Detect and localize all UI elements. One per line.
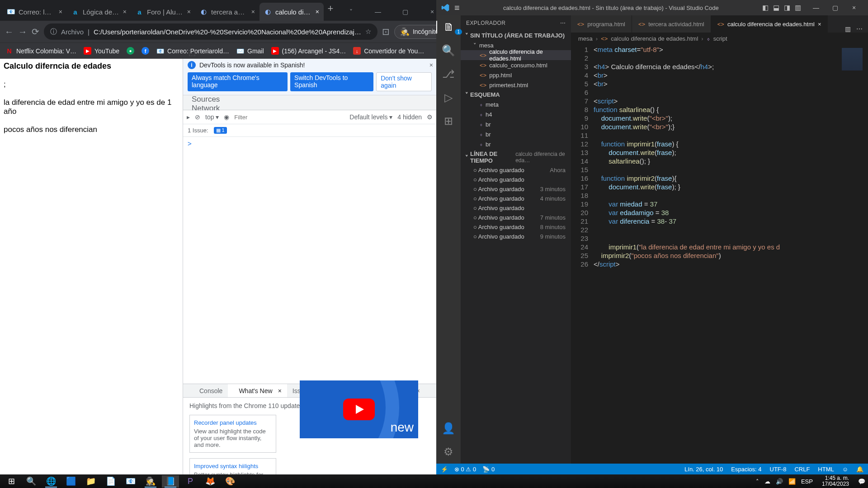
back-button[interactable]: ← [5, 27, 14, 37]
gear-icon[interactable]: ⚙ [427, 113, 433, 121]
taskbar-vscode[interactable]: 📘 [162, 475, 179, 488]
panel-right-icon[interactable]: ◨ [784, 4, 790, 12]
switch-spanish-button[interactable]: Switch DevTools to Spanish [290, 72, 373, 91]
problems-status[interactable]: ⊗ 0 ⚠ 0 [454, 466, 476, 473]
context-selector[interactable]: top ▾ [205, 113, 219, 121]
taskbar-edge[interactable]: 🟦 [62, 475, 80, 488]
clock[interactable]: 1:45 a. m. 17/04/2023 [818, 475, 853, 487]
notifications-icon[interactable]: 💬 [858, 478, 865, 485]
console-body[interactable]: > [183, 137, 436, 384]
layout-icon[interactable]: ▥ [795, 4, 801, 12]
chrome-tab-0[interactable]: 📧Correo: leide× [3, 3, 67, 21]
encoding-status[interactable]: UTF-8 [770, 466, 787, 473]
file-item[interactable]: <> calculo diferencia de edades.html [461, 50, 571, 60]
timeline-item[interactable]: ○ Archivo guardadoAhora [461, 165, 571, 175]
timeline-item[interactable]: ○ Archivo guardado9 minutos [461, 232, 571, 241]
taskbar-firefox[interactable]: 🦊 [202, 475, 219, 488]
tab-sources[interactable]: Sources [187, 95, 198, 104]
close-icon[interactable]: × [123, 8, 127, 15]
outline-item[interactable]: ⬨ br [461, 119, 571, 129]
new-tab-button[interactable]: + [324, 3, 337, 21]
ports-status[interactable]: 📡 0 [482, 466, 495, 473]
outline-item[interactable]: ⬨ meta [461, 99, 571, 109]
match-language-button[interactable]: Always match Chrome's language [188, 72, 288, 91]
cursor-position[interactable]: Lín. 26, col. 10 [684, 466, 723, 473]
file-item[interactable]: <> calculo_consumo.html [461, 60, 571, 70]
indent-status[interactable]: Espacios: 4 [731, 466, 761, 473]
bookmark-item[interactable]: ✉️Gmail [236, 47, 264, 55]
panel-left-icon[interactable]: ◧ [762, 4, 769, 12]
drawer-tab-console[interactable]: Console [194, 384, 228, 397]
language-status[interactable]: HTML [818, 466, 834, 473]
workspace-section[interactable]: ˅ SIN TÍTULO (ÁREA DE TRABAJO) [461, 31, 571, 40]
more-icon[interactable]: ⋯ [856, 25, 863, 33]
editor-tab[interactable]: <>calculo diferencia de edades.html × [711, 15, 828, 33]
remote-icon[interactable]: ⚡ [441, 466, 448, 473]
issue-chip[interactable]: ▦ 1 [214, 127, 227, 134]
minimize-button[interactable]: — [364, 3, 392, 21]
run-debug-icon[interactable]: ▷ [444, 91, 453, 104]
hamburger-icon[interactable]: ≡ [454, 3, 460, 13]
minimap[interactable] [836, 44, 868, 464]
forward-button[interactable]: → [18, 27, 27, 37]
feedback-icon[interactable]: ☺ [842, 466, 848, 473]
timeline-section[interactable]: ˅ LÍNEA DE TIEMPO calculo diferencia de … [461, 149, 571, 165]
search-button[interactable]: 🔍 [23, 475, 40, 488]
explorer-icon[interactable]: 🗎 [436, 21, 461, 33]
timeline-item[interactable]: ○ Archivo guardado4 minutos [461, 194, 571, 203]
outline-item[interactable]: ⬨ h4 [461, 109, 571, 119]
timeline-item[interactable]: ○ Archivo guardado8 minutos [461, 222, 571, 232]
keyboard-lang[interactable]: ESP [801, 478, 813, 485]
onedrive-icon[interactable]: ☁ [764, 478, 770, 485]
close-button[interactable]: × [844, 4, 863, 11]
filter-input[interactable] [234, 114, 316, 121]
taskbar-app[interactable]: P [182, 475, 199, 488]
outline-item[interactable]: ⬨ br [461, 139, 571, 149]
maximize-button[interactable]: ▢ [826, 4, 844, 11]
close-icon[interactable]: × [187, 8, 191, 15]
editor-tab[interactable]: <>programa.html [571, 15, 632, 33]
timeline-item[interactable]: ○ Archivo guardado3 minutos [461, 184, 571, 194]
minimize-button[interactable]: — [807, 4, 826, 11]
taskbar-word[interactable]: 📄 [102, 475, 119, 488]
whatsnew-card[interactable]: Recorder panel updates View and highligh… [189, 415, 276, 453]
source-control-icon[interactable]: ⎇ [442, 68, 455, 80]
log-levels[interactable]: Default levels ▾ [349, 113, 392, 121]
bookmark-item[interactable]: f [142, 47, 149, 55]
bell-icon[interactable]: 🔔 [856, 466, 863, 473]
taskbar-outlook[interactable]: 📧 [122, 475, 139, 488]
outline-item[interactable]: ⬨ br [461, 129, 571, 139]
more-icon[interactable]: ⋯ [560, 20, 566, 26]
drawer-tab-whatsnew[interactable]: What's New × [228, 384, 287, 397]
breadcrumb[interactable]: mesa› <>calculo diferencia de edades.htm… [571, 33, 868, 44]
outline-section[interactable]: ˅ ESQUEMA [461, 90, 571, 99]
bookmark-item[interactable]: ▶(156) Arcangel - JS4… [271, 47, 346, 55]
timeline-item[interactable]: ○ Archivo guardado7 minutos [461, 213, 571, 222]
close-icon[interactable]: × [316, 8, 319, 15]
bookmark-item[interactable]: ▶YouTube [84, 47, 119, 55]
bookmark-item[interactable]: ● [127, 47, 134, 55]
editor-tab[interactable]: <>tercera actividad.html [632, 15, 711, 33]
gear-icon[interactable]: ⚙ [443, 446, 453, 458]
chrome-tab-3[interactable]: ◐tercera activi× [195, 3, 259, 21]
code-area[interactable]: 1234567891011121314151617181920212223242… [571, 44, 868, 464]
chrome-tab-2[interactable]: aForo | Alura L× [131, 3, 195, 21]
close-icon[interactable]: × [59, 8, 62, 15]
file-item[interactable]: <> ppp.html [461, 70, 571, 80]
sidebar-toggle-icon[interactable]: ▸ [187, 113, 190, 121]
account-icon[interactable]: 👤 [442, 422, 455, 435]
dont-show-button[interactable]: Don't show again [376, 72, 432, 91]
file-item[interactable]: <> primertest.html [461, 80, 571, 90]
chrome-tab-4[interactable]: ◐calculo difere× [259, 3, 324, 21]
extensions-icon[interactable]: ⊞ [444, 115, 453, 127]
close-icon[interactable]: × [818, 21, 821, 28]
chevron-up-icon[interactable]: ˄ [756, 478, 759, 485]
volume-icon[interactable]: 🔊 [776, 478, 783, 485]
close-icon[interactable]: × [429, 61, 433, 69]
maximize-button[interactable]: ▢ [392, 3, 419, 21]
timeline-item[interactable]: ○ Archivo guardado [461, 203, 571, 213]
star-icon[interactable]: ☆ [365, 28, 371, 36]
eye-icon[interactable]: ◉ [224, 113, 229, 121]
start-button[interactable]: ⊞ [3, 475, 20, 488]
clear-console-icon[interactable]: ⊘ [195, 113, 200, 121]
